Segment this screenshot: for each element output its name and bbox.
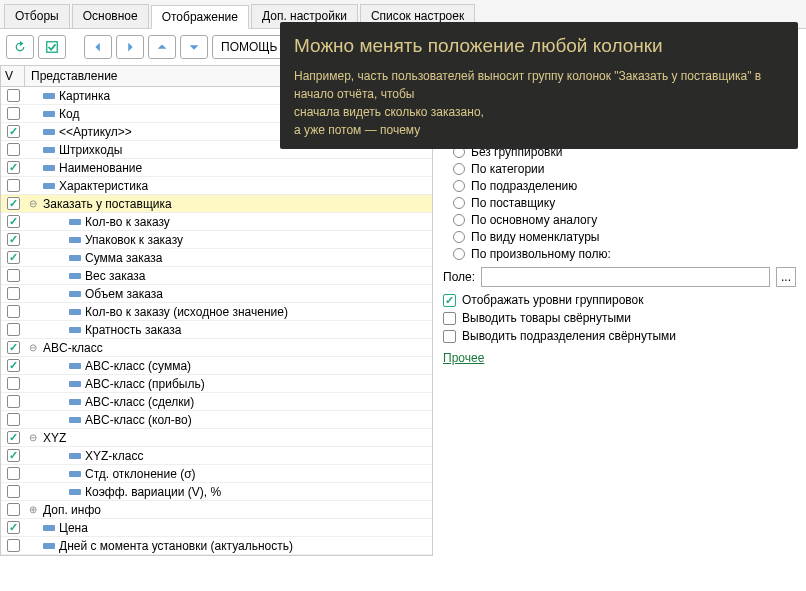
radio-option[interactable]: По поставщику [453,196,796,210]
tab-1[interactable]: Основное [72,4,149,28]
row-checkbox[interactable] [7,143,20,156]
grid-row[interactable]: ABC-класс (прибыль) [1,375,432,393]
row-checkbox[interactable] [7,107,20,120]
radio-option[interactable]: По виду номенклатуры [453,230,796,244]
radio-label: По основному аналогу [471,213,597,227]
row-checkbox[interactable] [7,323,20,336]
grid-row[interactable]: ABC-класс (сделки) [1,393,432,411]
row-checkbox[interactable] [7,179,20,192]
grid-row[interactable]: Коэфф. вариации (V), % [1,483,432,501]
row-label: Кратность заказа [85,323,181,337]
row-label: Заказать у поставщика [43,197,172,211]
row-checkbox[interactable] [7,449,20,462]
field-icon [69,273,81,279]
row-checkbox[interactable] [7,485,20,498]
field-dots-button[interactable]: ... [776,267,796,287]
grid-row[interactable]: ABC-класс (кол-во) [1,411,432,429]
row-checkbox[interactable] [7,431,20,444]
radio-option[interactable]: По подразделению [453,179,796,193]
row-checkbox[interactable] [7,359,20,372]
row-checkbox[interactable] [7,125,20,138]
grid-row[interactable]: Объем заказа [1,285,432,303]
checkbox-icon [443,312,456,325]
other-section[interactable]: Прочее [443,351,796,365]
grid-row[interactable]: Кол-во к заказу (исходное значение) [1,303,432,321]
field-icon [69,219,81,225]
row-checkbox[interactable] [7,197,20,210]
row-checkbox[interactable] [7,161,20,174]
grid-row[interactable]: Стд. отклонение (σ) [1,465,432,483]
field-icon [43,525,55,531]
grid-row[interactable]: Цена [1,519,432,537]
row-label: Штрихкоды [59,143,122,157]
left-button[interactable] [84,35,112,59]
field-icon [43,543,55,549]
radio-option[interactable]: По произвольному полю: [453,247,796,261]
grid-row[interactable]: Кол-во к заказу [1,213,432,231]
grid-row[interactable]: Дней с момента установки (актуальность) [1,537,432,555]
row-checkbox[interactable] [7,305,20,318]
row-label: ABC-класс (кол-во) [85,413,192,427]
expand-icon[interactable]: ⊖ [27,432,39,444]
row-checkbox[interactable] [7,467,20,480]
grid-row[interactable]: ⊖XYZ [1,429,432,447]
radio-option[interactable]: По категории [453,162,796,176]
grid-row[interactable]: ⊖ABC-класс [1,339,432,357]
grid-row[interactable]: ⊕Доп. инфо [1,501,432,519]
refresh-button[interactable] [6,35,34,59]
row-checkbox[interactable] [7,395,20,408]
row-checkbox[interactable] [7,503,20,516]
field-icon [69,453,81,459]
grid-row[interactable]: Вес заказа [1,267,432,285]
down-button[interactable] [180,35,208,59]
row-label: Наименование [59,161,142,175]
col-header-v: V [1,66,25,86]
tab-2[interactable]: Отображение [151,5,249,29]
check-option[interactable]: Выводить товары свёрнутыми [443,311,796,325]
row-label: Цена [59,521,88,535]
row-label: Коэфф. вариации (V), % [85,485,221,499]
row-checkbox[interactable] [7,341,20,354]
row-checkbox[interactable] [7,539,20,552]
tab-0[interactable]: Отборы [4,4,70,28]
grid-row[interactable]: Сумма заказа [1,249,432,267]
check-label: Отображать уровни группировок [462,293,644,307]
field-icon [69,327,81,333]
radio-option[interactable]: По основному аналогу [453,213,796,227]
expand-icon[interactable]: ⊕ [27,504,39,516]
expand-icon[interactable]: ⊖ [27,198,39,210]
row-label: Дней с момента установки (актуальность) [59,539,293,553]
row-checkbox[interactable] [7,251,20,264]
grid-row[interactable]: ABC-класс (сумма) [1,357,432,375]
row-label: XYZ-класс [85,449,143,463]
radio-label: По поставщику [471,196,555,210]
right-button[interactable] [116,35,144,59]
row-checkbox[interactable] [7,287,20,300]
grid-row[interactable]: Наименование [1,159,432,177]
up-button[interactable] [148,35,176,59]
row-checkbox[interactable] [7,89,20,102]
grid-row[interactable]: ⊖Заказать у поставщика [1,195,432,213]
row-checkbox[interactable] [7,413,20,426]
row-label: Объем заказа [85,287,163,301]
grid-row[interactable]: Характеристика [1,177,432,195]
row-label: Вес заказа [85,269,145,283]
row-checkbox[interactable] [7,521,20,534]
grid-row[interactable]: Кратность заказа [1,321,432,339]
row-checkbox[interactable] [7,377,20,390]
row-checkbox[interactable] [7,215,20,228]
field-icon [69,417,81,423]
check-option[interactable]: Отображать уровни группировок [443,293,796,307]
row-checkbox[interactable] [7,233,20,246]
checkall-button[interactable] [38,35,66,59]
grid-row[interactable]: XYZ-класс [1,447,432,465]
check-option[interactable]: Выводить подразделения свёрнутыми [443,329,796,343]
row-checkbox[interactable] [7,269,20,282]
expand-icon[interactable]: ⊖ [27,342,39,354]
field-icon [43,183,55,189]
grid-row[interactable]: Упаковок к заказу [1,231,432,249]
field-input[interactable] [481,267,770,287]
radio-label: По подразделению [471,179,577,193]
row-label: ABC-класс (сумма) [85,359,191,373]
field-icon [69,489,81,495]
